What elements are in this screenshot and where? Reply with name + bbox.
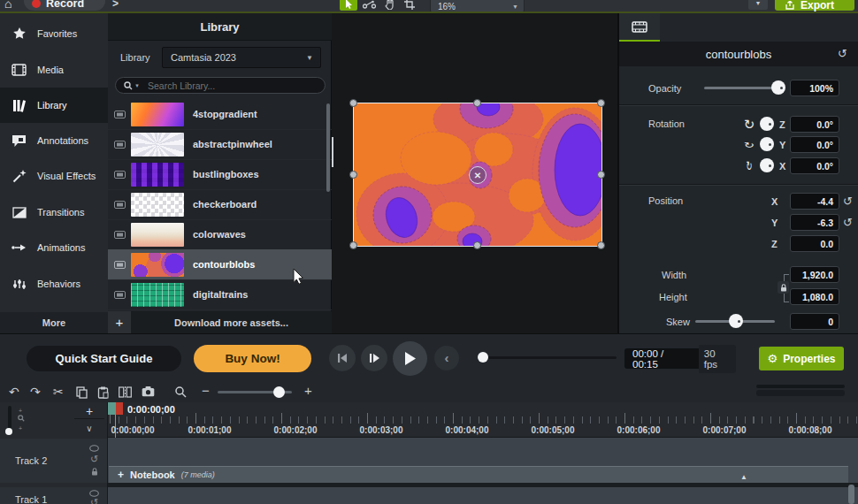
rotate-x-knob[interactable] bbox=[760, 158, 774, 172]
zoom-in-icon[interactable]: + bbox=[304, 385, 312, 397]
skew-slider-knob[interactable] bbox=[729, 314, 743, 328]
timeline-zoom-slider-knob[interactable] bbox=[273, 386, 285, 398]
rotation-z-field[interactable]: 0.0° bbox=[790, 116, 839, 133]
back-button[interactable]: ‹ bbox=[434, 346, 459, 370]
library-search-input[interactable] bbox=[146, 80, 300, 92]
home-icon[interactable]: ⌂ bbox=[4, 0, 11, 11]
rotate-z-knob[interactable] bbox=[760, 117, 774, 131]
node-tool[interactable] bbox=[360, 0, 378, 11]
rotation-x-field[interactable]: 0.0° bbox=[790, 157, 839, 174]
sidebar-more-button[interactable]: More bbox=[0, 312, 108, 333]
opacity-slider-track[interactable] bbox=[704, 87, 782, 89]
library-scrollbar[interactable] bbox=[326, 103, 330, 192]
track-loop-icon[interactable]: ↺ bbox=[90, 499, 98, 504]
export-button[interactable]: Export bbox=[775, 0, 854, 11]
undo-icon[interactable]: ↶ bbox=[9, 386, 19, 398]
asset-row-checkerboard[interactable]: checkerboard bbox=[108, 189, 332, 220]
position-z-field[interactable]: 0.0 bbox=[790, 235, 839, 252]
reset-position-x-icon[interactable]: ↺ bbox=[843, 195, 853, 208]
opacity-value-field[interactable]: 100% bbox=[790, 80, 839, 96]
redo-icon[interactable]: ↷ bbox=[30, 386, 41, 398]
record-button[interactable]: Record bbox=[24, 0, 105, 11]
timeline-h-scrollbar-thumb[interactable] bbox=[756, 390, 845, 396]
track-vertical-zoom-knob[interactable] bbox=[5, 428, 12, 435]
position-y-field[interactable]: -6.3 bbox=[790, 214, 839, 231]
cursor-tool[interactable] bbox=[340, 0, 357, 11]
asset-row-4stopgradient[interactable]: 4stopgradient bbox=[108, 99, 332, 130]
resize-handle-s[interactable] bbox=[473, 241, 481, 249]
previous-frame-button[interactable] bbox=[329, 345, 356, 371]
fps-value[interactable]: 30 fps bbox=[699, 345, 736, 373]
rotate-y-knob[interactable] bbox=[760, 137, 774, 151]
width-field[interactable]: 1,920.0 bbox=[790, 266, 839, 283]
sidebar-item-media[interactable]: Media bbox=[0, 52, 108, 88]
sidebar-item-library[interactable]: Library bbox=[0, 88, 108, 123]
play-button[interactable] bbox=[393, 341, 427, 376]
timeline-ruler[interactable]: 0:00:00;00 0:00:01;00 0:00:02;00 0:00:03… bbox=[108, 402, 858, 438]
rotate-z-icon[interactable]: ↻ bbox=[741, 117, 757, 133]
resize-handle-se[interactable] bbox=[597, 241, 605, 249]
playhead-line[interactable] bbox=[115, 415, 116, 438]
height-field[interactable]: 1,080.0 bbox=[790, 288, 839, 305]
scrubber-track[interactable] bbox=[480, 356, 617, 359]
split-icon[interactable] bbox=[119, 386, 132, 398]
track2-header[interactable]: Track 2 ↺ bbox=[0, 439, 107, 483]
copy-icon[interactable] bbox=[76, 386, 88, 399]
timeline-v-scrollbar[interactable] bbox=[848, 485, 854, 504]
sidebar-item-animations[interactable]: Animations bbox=[0, 230, 108, 265]
notebook-group-bar[interactable]: + Notebook (7 media) ▲ bbox=[109, 466, 848, 483]
add-track-button[interactable]: + bbox=[74, 404, 104, 419]
resize-handle-n[interactable] bbox=[473, 99, 481, 107]
sidebar-item-behaviors[interactable]: Behaviors bbox=[0, 266, 108, 302]
reset-position-y-icon[interactable]: ↺ bbox=[843, 216, 853, 229]
lock-aspect-icon[interactable] bbox=[778, 281, 789, 294]
canvas-area[interactable]: ✕ bbox=[332, 13, 619, 333]
crop-tool[interactable] bbox=[401, 0, 418, 11]
track-loop-icon[interactable]: ↺ bbox=[90, 455, 98, 463]
track-lock-icon[interactable] bbox=[91, 468, 98, 476]
asset-row-abstractpinwheel[interactable]: abstractpinwheel bbox=[108, 129, 332, 160]
library-collection-select[interactable]: Camtasia 2023 ▼ bbox=[162, 47, 321, 68]
project-properties-button[interactable]: ⚙ Properties bbox=[759, 347, 844, 370]
buy-now-button[interactable]: Buy Now! bbox=[194, 345, 311, 372]
rotate-x-icon[interactable]: ↻ bbox=[745, 158, 754, 174]
hand-tool[interactable] bbox=[380, 0, 398, 11]
track-eye-icon[interactable] bbox=[89, 490, 99, 497]
camera-icon[interactable] bbox=[142, 386, 155, 397]
tab-media-properties[interactable] bbox=[619, 13, 660, 42]
track-zoom-out-icon[interactable]: + bbox=[19, 424, 22, 432]
track-eye-icon[interactable] bbox=[89, 445, 99, 452]
zoom-out-icon[interactable]: − bbox=[202, 385, 210, 397]
selected-media-contourblobs[interactable]: ✕ bbox=[354, 103, 601, 246]
add-asset-button[interactable]: + bbox=[108, 311, 131, 333]
resize-handle-ne[interactable] bbox=[597, 99, 605, 107]
track1-lane[interactable] bbox=[108, 487, 858, 504]
track-options-button[interactable]: ∨ bbox=[74, 421, 104, 435]
playhead-selection-flag[interactable] bbox=[108, 402, 116, 415]
scrubber-knob[interactable] bbox=[478, 352, 488, 363]
cut-icon[interactable]: ✂ bbox=[53, 386, 64, 398]
playhead-flag[interactable] bbox=[116, 402, 123, 415]
asset-row-bustlingboxes[interactable]: bustlingboxes bbox=[108, 159, 332, 190]
rotation-anchor-icon[interactable]: ✕ bbox=[469, 166, 486, 184]
skew-value-field[interactable]: 0 bbox=[790, 313, 839, 330]
sidebar-item-transitions[interactable]: Transitions bbox=[0, 195, 108, 230]
asset-row-colorwaves[interactable]: colorwaves bbox=[108, 219, 332, 250]
resize-handle-e[interactable] bbox=[597, 171, 605, 179]
track-zoom-in-icon[interactable]: + bbox=[19, 407, 22, 415]
position-x-field[interactable]: -4.4 bbox=[790, 193, 839, 210]
track1-header[interactable]: Track 1 ↺ bbox=[0, 487, 107, 504]
sidebar-item-annotations[interactable]: Annotations bbox=[0, 123, 108, 158]
resize-handle-nw[interactable] bbox=[349, 99, 357, 107]
share-arrow-icon[interactable]: > bbox=[112, 0, 119, 10]
resize-handle-w[interactable] bbox=[349, 171, 357, 179]
track-search-icon[interactable] bbox=[18, 415, 25, 422]
download-more-assets-link[interactable]: Download more assets... bbox=[131, 317, 332, 328]
sidebar-item-visual-effects[interactable]: Visual Effects bbox=[0, 158, 108, 194]
track2-lane[interactable]: + Notebook (7 media) ▲ bbox=[108, 439, 858, 483]
canvas-zoom-select[interactable]: 16% ▼ bbox=[430, 0, 525, 11]
export-options-button[interactable]: ▼ bbox=[748, 0, 768, 10]
reset-all-icon[interactable]: ↺ bbox=[838, 47, 847, 60]
step-forward-button[interactable] bbox=[361, 345, 387, 371]
rotate-y-icon[interactable]: ↻ bbox=[741, 141, 757, 149]
